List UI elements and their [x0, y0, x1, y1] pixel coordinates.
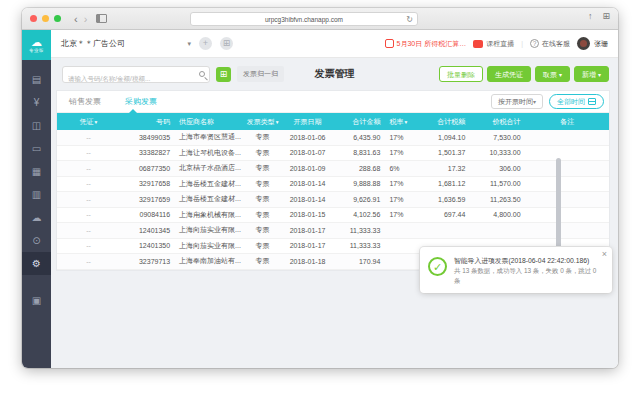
table-row[interactable]: --09084116上海甪象机械有限...专票2018-01-154,102.5…	[57, 208, 609, 224]
column-header-number: 号码	[120, 117, 175, 127]
cell-date: 2018-01-06	[280, 134, 335, 141]
cell-supplier: 上海甪象机械有限...	[175, 210, 245, 220]
column-header-voucher[interactable]: 凭证▾	[57, 117, 120, 127]
salary-icon: ▭	[32, 143, 41, 154]
invoice-archive-link[interactable]: 发票归一归	[237, 66, 284, 82]
cell-supplier: 上海岳楼五金建材...	[175, 179, 245, 189]
forward-icon[interactable]: ›	[81, 14, 91, 24]
close-icon[interactable]: ×	[602, 249, 607, 259]
toast-title: 智能导入进项发票(2018-06-04 22:42:00.186)	[454, 256, 604, 266]
add-company-button[interactable]: +	[199, 37, 212, 50]
back-icon[interactable]: ‹	[71, 14, 81, 24]
table-row[interactable]: --32917658上海岳楼五金建材...专票2018-01-149,888.8…	[57, 177, 609, 193]
share-icon[interactable]: ↑	[588, 11, 593, 21]
notice-calendar-icon	[385, 39, 394, 48]
sort-by-invoice-date-button[interactable]: 按开票时间▾	[491, 94, 543, 109]
minimize-window-button[interactable]	[42, 15, 49, 22]
inquiry-icon: ⊙	[32, 235, 40, 246]
sidebar-item-invoice[interactable]: ▥	[22, 183, 51, 206]
tax-deadline-notice[interactable]: 5月30日 所得税汇算…	[385, 39, 467, 49]
sidebar-item-cash-account[interactable]: ¥	[22, 91, 51, 114]
username: 张珊	[594, 39, 608, 49]
live-label: 课程直播	[486, 39, 514, 49]
tab-purchase-invoices[interactable]: 采购发票	[113, 91, 169, 113]
sidebar-item-voucher[interactable]: ▤	[22, 68, 51, 91]
cell-number: 32379713	[120, 258, 175, 265]
tabs-overview-icon[interactable]: ⊞	[602, 11, 610, 21]
divider: |	[521, 40, 523, 47]
tab-sales-invoices[interactable]: 销售发票	[57, 91, 113, 113]
chevron-down-icon: ▾	[598, 72, 601, 78]
sidebar-item-gift[interactable]: ▣	[22, 289, 51, 312]
table-row[interactable]: --12401345上海向茄实业有限...专票2018-01-1711,333.…	[57, 223, 609, 239]
add-new-button[interactable]: 新增▾	[574, 66, 609, 82]
cell-date: 2018-01-07	[280, 149, 335, 156]
search-input[interactable]	[63, 71, 209, 86]
sidebar-item-reports[interactable]: ◫	[22, 114, 51, 137]
cell-voucher: --	[57, 258, 120, 265]
chevron-down-icon: ▾	[559, 72, 562, 78]
cell-tax: 697.44	[420, 211, 470, 218]
apps-grid-button[interactable]: ⊞	[220, 37, 233, 50]
close-window-button[interactable]	[30, 15, 37, 22]
sidebar-toggle-icon[interactable]	[96, 14, 107, 23]
table-row[interactable]: --38499035上海市奉贤区慧通...专票2018-01-066,435.9…	[57, 130, 609, 146]
column-header-date: 开票日期	[280, 117, 335, 127]
sidebar-item-assets-calendar[interactable]: ▦	[22, 160, 51, 183]
cell-supplier: 上海让琴机电设备...	[175, 148, 245, 158]
gift-icon: ▣	[32, 295, 41, 306]
sidebar-item-inquiry[interactable]: ⊙	[22, 229, 51, 252]
course-live-link[interactable]: 课程直播	[473, 39, 514, 49]
scan-invoice-icon[interactable]: ⊞	[216, 67, 231, 82]
cell-supplier: 北京桔子水晶酒店...	[175, 163, 245, 173]
cell-amount: 9,888.88	[335, 180, 385, 187]
generate-voucher-button[interactable]: 生成凭证	[487, 66, 531, 82]
sort-caret-icon: ▾	[95, 119, 98, 125]
cell-tax: 1,501.37	[420, 149, 470, 156]
table-row[interactable]: --06877350北京桔子水晶酒店...专票2018-01-09288.686…	[57, 161, 609, 177]
active-tab-notch	[129, 109, 137, 113]
zoom-window-button[interactable]	[54, 15, 61, 22]
live-camera-icon	[473, 40, 483, 48]
date-range-filter-button[interactable]: 全部时间	[549, 94, 604, 109]
column-header-tax-rate[interactable]: 税率▾	[385, 117, 420, 127]
address-bar[interactable]: urpcg3hibfvn.chanapp.com ↻	[190, 12, 418, 26]
sidebar-nav: ▤¥◫▭▦▥☁⊙⚙▣	[22, 68, 51, 312]
cell-type: 专票	[245, 194, 280, 204]
user-menu[interactable]: 张珊	[577, 37, 608, 50]
cell-voucher: --	[57, 211, 120, 218]
vertical-scrollbar-thumb[interactable]	[556, 158, 561, 254]
cell-amount: 170.94	[335, 258, 385, 265]
cell-date: 2018-01-17	[280, 242, 335, 249]
cell-voucher: --	[57, 149, 120, 156]
sort-caret-icon: ▾	[276, 119, 279, 125]
cell-tax-rate: 17%	[385, 134, 420, 141]
sidebar-item-settings-gear[interactable]: ⚙	[22, 252, 51, 275]
online-support-link[interactable]: ? 在线客服	[530, 39, 570, 49]
cell-supplier: 上海奉南加油站有...	[175, 256, 245, 266]
table-row[interactable]: --33382827上海让琴机电设备...专票2018-01-078,831.6…	[57, 146, 609, 162]
cell-total: 4,800.00	[470, 211, 525, 218]
sidebar-item-tax-cloud[interactable]: ☁	[22, 206, 51, 229]
cell-voucher: --	[57, 134, 120, 141]
fetch-invoice-button[interactable]: 取票▾	[535, 66, 570, 82]
table-row[interactable]: --32917659上海岳楼五金建材...专票2018-01-149,626.9…	[57, 192, 609, 208]
success-check-icon: ✓	[428, 257, 447, 276]
cell-type: 专票	[245, 148, 280, 158]
cell-date: 2018-01-09	[280, 165, 335, 172]
cell-number: 12401345	[120, 227, 175, 234]
url-text: urpcg3hibfvn.chanapp.com	[265, 16, 343, 23]
app-logo[interactable]: ☁ 专业版	[22, 30, 51, 60]
refresh-icon[interactable]: ↻	[406, 15, 413, 24]
cell-total: 306.00	[470, 165, 525, 172]
column-header-type[interactable]: 发票类型▾	[245, 117, 280, 127]
cell-supplier: 上海岳楼五金建材...	[175, 194, 245, 204]
batch-delete-button[interactable]: 批量删除	[439, 66, 483, 82]
sidebar-item-salary[interactable]: ▭	[22, 137, 51, 160]
cell-type: 专票	[245, 132, 280, 142]
company-selector[interactable]: 北京＊＊广告公司 ▾	[61, 38, 191, 49]
cell-date: 2018-01-14	[280, 180, 335, 187]
company-name: 北京＊＊广告公司	[61, 38, 125, 49]
search-icon[interactable]	[199, 71, 205, 77]
tabs-row: 销售发票 采购发票 按开票时间▾ 全部时间	[57, 91, 609, 113]
